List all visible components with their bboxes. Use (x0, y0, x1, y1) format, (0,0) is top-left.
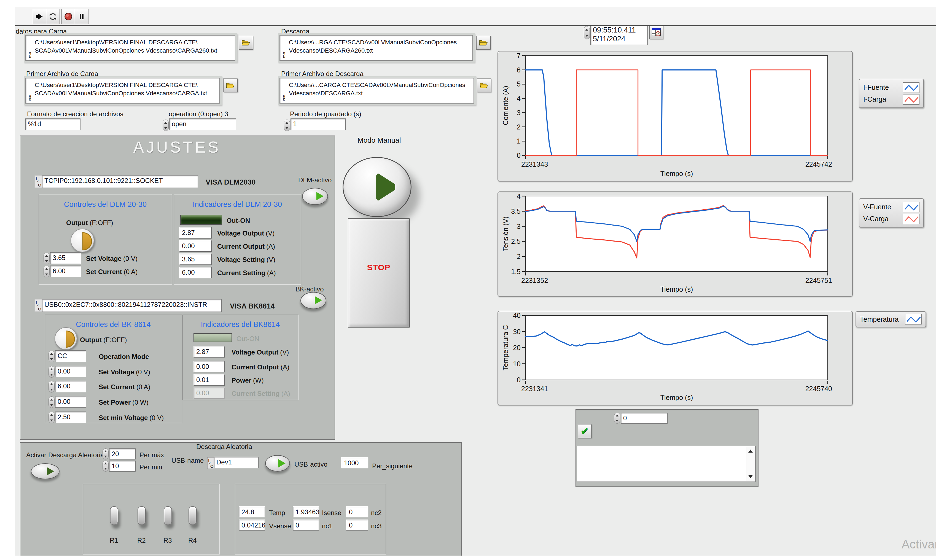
legend-line-icon[interactable] (903, 94, 919, 105)
bk-set-min-voltage-field[interactable]: 2.50 (55, 412, 86, 423)
per-max-spinner[interactable] (103, 448, 109, 460)
svg-text:2: 2 (517, 123, 521, 131)
timestamp-spinner[interactable] (584, 26, 590, 39)
datos-para-carga-path-input[interactable]: qb C:\Users\user1\Desktop\VERSION FINAL … (25, 35, 235, 61)
continuous-run-icon[interactable] (46, 9, 60, 24)
legend-item[interactable]: I-Fuente (863, 82, 919, 93)
usb-name-ring[interactable]: Dev1 (214, 457, 259, 468)
browse-descarga-button[interactable] (476, 36, 490, 49)
dlm-set-current-spinner[interactable] (43, 266, 49, 277)
legend-item[interactable]: Temperatura (860, 314, 922, 325)
bk-output-button[interactable] (55, 327, 77, 350)
svg-text:Corriente (A): Corriente (A) (502, 86, 509, 125)
visa-dlm-resource[interactable]: TCPIP0::192.168.0.101::9221::SOCKET (42, 175, 198, 188)
browse-primer-carga-button[interactable] (223, 78, 237, 92)
path-line: C:\Users\user1\Desktop\VERSION FINAL DES… (35, 38, 232, 46)
bk-set-voltage-field[interactable]: 0.00 (55, 366, 86, 377)
relay-label-r1: R1 (110, 537, 118, 544)
calendar-button[interactable] (649, 26, 663, 39)
activar-descarga-button[interactable] (31, 463, 60, 479)
svg-text:Tiempo (s): Tiempo (s) (660, 170, 693, 177)
legend-line-icon[interactable] (903, 214, 919, 224)
corriente-legend[interactable]: I-FuenteI-Carga (859, 79, 924, 108)
nc3-field: 0 (346, 520, 368, 531)
stop-button[interactable]: STOP (348, 218, 410, 328)
bk-op-mode-spinner[interactable] (48, 351, 55, 362)
per-max-label: Per máx (139, 451, 164, 459)
bk-activo-button[interactable] (301, 292, 326, 309)
bk-set-min-voltage-spinner[interactable] (48, 412, 55, 423)
browse-carga-button[interactable] (239, 36, 253, 49)
measurement-group (235, 484, 386, 554)
dlm-voltage-setting-label: Voltage Setting(V) (217, 256, 275, 264)
watermark-line2: Ve a Configurac (902, 554, 936, 555)
legend-item[interactable]: V-Fuente (863, 202, 919, 212)
green-arrow-icon (316, 192, 324, 200)
descarga-label: Descarga (281, 28, 310, 35)
descarga-path-input[interactable]: qb C:\Users\...RGA CTE\SCADAv00LVManualS… (279, 35, 473, 61)
relay-switch-r1[interactable] (110, 506, 118, 525)
operation-spinner[interactable] (163, 120, 169, 131)
abort-icon[interactable] (62, 9, 75, 24)
bk-activo-label: BK-activo (296, 285, 324, 293)
bk-set-current-field[interactable]: 6.00 (55, 381, 86, 392)
per-min-spinner[interactable] (103, 460, 109, 472)
legend-item[interactable]: V-Carga (863, 214, 919, 224)
relay-switch-r4[interactable] (188, 506, 197, 525)
modo-manual-button[interactable] (342, 157, 412, 217)
dlm-set-voltage-spinner[interactable] (43, 252, 49, 264)
primer-archivo-descarga-path-input[interactable]: qb C:\Users\...CARGA CTE\SCADAv00LVManua… (279, 78, 474, 103)
relay-switch-r3[interactable] (164, 506, 172, 525)
path-type-icon: qb (27, 94, 33, 101)
operation-ring[interactable]: open (169, 118, 236, 130)
console-spinner[interactable] (614, 412, 620, 424)
legend-label: I-Fuente (863, 83, 889, 91)
timestamp-field[interactable]: 09:55:10.411 5/11/2024 (591, 26, 648, 45)
dlm-output-button[interactable] (71, 229, 94, 252)
visa-bk-resource[interactable]: USB0::0x2EC7::0x8800::802194112787220023… (42, 299, 222, 312)
dlm-set-voltage-field[interactable]: 3.65 (50, 252, 81, 264)
bk-set-power-spinner[interactable] (48, 396, 55, 408)
nc1-field: 0 (293, 520, 319, 531)
visa-io-icon: I∕O (35, 175, 42, 188)
dlm-set-current-field[interactable]: 6.00 (50, 266, 81, 277)
usb-activo-button[interactable] (265, 455, 290, 472)
relay-label-r3: R3 (163, 537, 172, 544)
listbox-scrollbar[interactable] (746, 447, 755, 481)
primer-archivo-carga-path-input[interactable]: qb C:\Users\user1\Desktop\VERSION FINAL … (25, 78, 220, 103)
console-count-field[interactable]: 0 (621, 412, 668, 424)
legend-line-icon[interactable] (903, 82, 919, 93)
scroll-down-icon (748, 475, 753, 478)
legend-item[interactable]: I-Carga (863, 94, 919, 105)
console-listbox[interactable] (577, 446, 756, 482)
temperatura-legend[interactable]: Temperatura (856, 311, 926, 327)
relay-switch-r2[interactable] (137, 506, 146, 525)
bk-set-power-field[interactable]: 0.00 (55, 396, 86, 408)
formato-field[interactable]: %1d (25, 118, 80, 130)
run-icon[interactable] (33, 9, 46, 24)
confirm-button[interactable]: ✔ (578, 424, 592, 438)
periodo-field[interactable]: 1 (290, 118, 345, 130)
dlm-current-setting-field: 6.00 (179, 267, 212, 278)
bk-set-voltage-spinner[interactable] (48, 366, 55, 378)
svg-text:Tiempo (s): Tiempo (s) (660, 285, 693, 293)
bk-op-mode-field[interactable]: CC (55, 351, 86, 362)
per-min-field[interactable]: 10 (109, 460, 136, 472)
bk-set-current-spinner[interactable] (48, 381, 55, 392)
folder-icon (479, 39, 488, 46)
dlm-activo-button[interactable] (302, 188, 328, 205)
tension-legend[interactable]: V-FuenteV-Carga (859, 198, 924, 228)
browse-primer-descarga-button[interactable] (477, 78, 491, 92)
half-moon-icon (82, 232, 92, 251)
half-moon-icon (66, 331, 75, 348)
legend-label: Temperatura (860, 315, 899, 323)
legend-line-icon[interactable] (903, 202, 919, 212)
bk-set-voltage-label: Set Voltage(0 V) (99, 368, 150, 376)
folder-icon (479, 82, 489, 89)
per-max-field[interactable]: 20 (109, 448, 136, 460)
pause-icon[interactable] (75, 9, 88, 24)
periodo-spinner[interactable] (284, 120, 290, 131)
legend-line-icon[interactable] (905, 314, 922, 325)
dlm-current-output-label: Current Output(A) (217, 243, 275, 251)
nc1-label: nc1 (322, 522, 333, 530)
